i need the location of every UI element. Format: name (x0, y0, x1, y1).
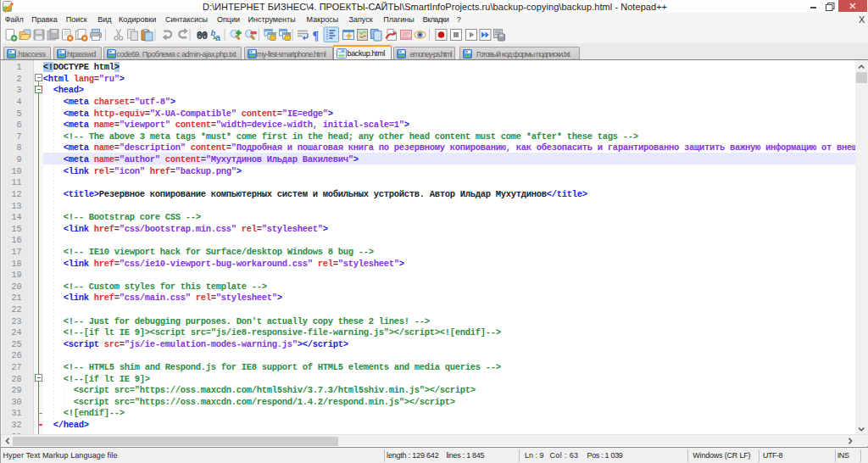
svg-text:¶: ¶ (313, 30, 320, 42)
svg-text:a: a (215, 32, 220, 42)
